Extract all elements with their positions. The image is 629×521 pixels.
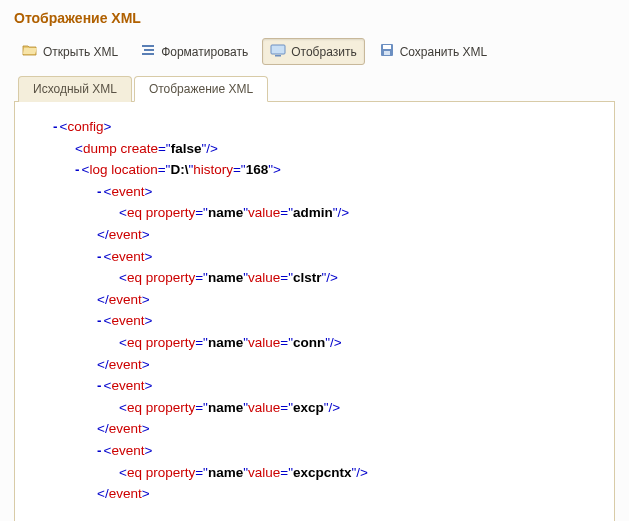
collapse-icon[interactable]: -: [97, 249, 102, 264]
collapse-icon[interactable]: -: [97, 313, 102, 328]
open-xml-button[interactable]: Открыть XML: [14, 38, 126, 65]
format-button[interactable]: Форматировать: [132, 38, 256, 65]
svg-rect-6: [383, 45, 391, 49]
display-icon: [270, 42, 286, 61]
tab-display-xml[interactable]: Отображение XML: [134, 76, 268, 102]
xml-node-event: -<event>: [97, 310, 598, 332]
xml-node-dump: <dump create="false"/>: [75, 138, 598, 160]
xml-node-eq: <eq property="name"value="conn"/>: [119, 332, 598, 354]
xml-node-eq: <eq property="name"value="excpcntx"/>: [119, 462, 598, 484]
xml-node-event: -<event>: [97, 181, 598, 203]
toolbar: Открыть XML Форматировать Отобразить Сох…: [14, 38, 615, 65]
page-title: Отображение XML: [14, 10, 615, 26]
xml-node-event-close: </event>: [97, 289, 598, 311]
svg-rect-2: [142, 53, 154, 55]
collapse-icon[interactable]: -: [53, 119, 58, 134]
display-button[interactable]: Отобразить: [262, 38, 364, 65]
svg-rect-1: [144, 49, 154, 51]
xml-tree: -<config> <dump create="false"/> -<log l…: [31, 116, 598, 505]
xml-node-config: -<config>: [53, 116, 598, 138]
xml-node-event-close: </event>: [97, 354, 598, 376]
display-label: Отобразить: [291, 45, 356, 59]
folder-open-icon: [22, 42, 38, 61]
collapse-icon[interactable]: -: [97, 378, 102, 393]
collapse-icon[interactable]: -: [97, 184, 102, 199]
svg-rect-3: [271, 45, 285, 54]
collapse-icon[interactable]: -: [75, 162, 80, 177]
xml-node-event: -<event>: [97, 246, 598, 268]
xml-panel: -<config> <dump create="false"/> -<log l…: [14, 102, 615, 521]
svg-rect-4: [275, 55, 281, 57]
xml-node-log: -<log location="D:\"history="168">: [75, 159, 598, 181]
format-icon: [140, 42, 156, 61]
xml-node-event: -<event>: [97, 440, 598, 462]
xml-node-eq: <eq property="name"value="clstr"/>: [119, 267, 598, 289]
collapse-icon[interactable]: -: [97, 443, 102, 458]
xml-node-event-close: </event>: [97, 418, 598, 440]
save-icon: [379, 42, 395, 61]
tab-bar: Исходный XML Отображение XML: [14, 75, 615, 102]
save-xml-label: Сохранить XML: [400, 45, 488, 59]
format-label: Форматировать: [161, 45, 248, 59]
save-xml-button[interactable]: Сохранить XML: [371, 38, 496, 65]
xml-node-event-close: </event>: [97, 224, 598, 246]
xml-node-event-close: </event>: [97, 483, 598, 505]
svg-rect-0: [142, 45, 154, 47]
svg-rect-7: [384, 51, 390, 55]
xml-node-eq: <eq property="name"value="admin"/>: [119, 202, 598, 224]
xml-node-eq: <eq property="name"value="excp"/>: [119, 397, 598, 419]
open-xml-label: Открыть XML: [43, 45, 118, 59]
tab-source-xml[interactable]: Исходный XML: [18, 76, 132, 102]
xml-node-event: -<event>: [97, 375, 598, 397]
